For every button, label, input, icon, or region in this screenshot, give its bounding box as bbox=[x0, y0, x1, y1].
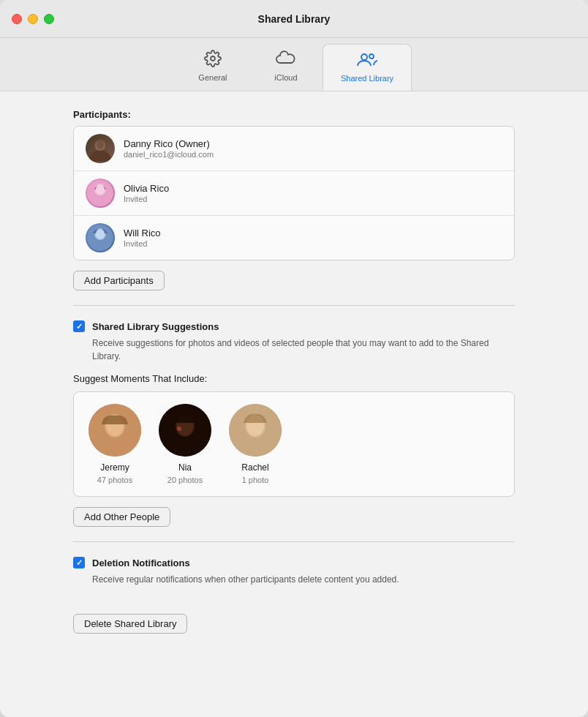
moment-person-rachel[interactable]: Rachel 1 photo bbox=[229, 404, 282, 484]
avatar-will bbox=[86, 223, 115, 252]
participant-sub-olivia: Invited bbox=[124, 195, 502, 203]
deletion-checkbox-label: Deletion Notifications bbox=[92, 558, 190, 568]
svg-point-6 bbox=[97, 140, 104, 149]
avatar-olivia bbox=[86, 179, 115, 208]
moment-name-nia: Nia bbox=[178, 462, 192, 473]
close-button[interactable] bbox=[12, 14, 22, 24]
participant-row: Olivia Rico Invited bbox=[74, 171, 514, 216]
toolbar: General iCloud Shared Library bbox=[0, 38, 588, 91]
tab-shared-library[interactable]: Shared Library bbox=[323, 44, 412, 91]
tab-general-label: General bbox=[198, 73, 227, 82]
gear-icon bbox=[204, 50, 222, 72]
main-window: Shared Library General iCloud bbox=[0, 0, 588, 717]
deletion-checkbox[interactable] bbox=[73, 557, 85, 568]
deletion-checkbox-row: Deletion Notifications bbox=[73, 557, 515, 568]
content-area: Participants: Danny Rico (Owner) daniel_… bbox=[0, 91, 588, 717]
avatar-danny bbox=[86, 134, 115, 163]
svg-point-0 bbox=[211, 56, 215, 61]
divider-1 bbox=[73, 305, 515, 306]
moment-count-rachel: 1 photo bbox=[242, 476, 269, 484]
spacer bbox=[73, 596, 515, 614]
add-participants-button[interactable]: Add Participants bbox=[73, 271, 165, 290]
participants-box: Danny Rico (Owner) daniel_rico1@icloud.c… bbox=[73, 126, 515, 260]
participant-info-danny: Danny Rico (Owner) daniel_rico1@icloud.c… bbox=[124, 138, 502, 159]
delete-shared-library-button[interactable]: Delete Shared Library bbox=[73, 614, 187, 634]
moment-count-jeremy: 47 photos bbox=[97, 476, 132, 484]
participant-info-olivia: Olivia Rico Invited bbox=[124, 183, 502, 203]
tab-shared-library-label: Shared Library bbox=[341, 74, 393, 83]
people-icon bbox=[356, 50, 378, 72]
deletion-description: Receive regular notifications when other… bbox=[92, 573, 515, 586]
cloud-icon bbox=[276, 50, 296, 72]
participants-label: Participants: bbox=[73, 109, 515, 120]
suggestions-checkbox-row: Shared Library Suggestions bbox=[73, 320, 515, 332]
svg-point-2 bbox=[369, 54, 374, 59]
participant-sub-danny: daniel_rico1@icloud.com bbox=[124, 150, 502, 159]
window-title: Shared Library bbox=[258, 13, 331, 25]
suggestions-checkbox[interactable] bbox=[73, 320, 85, 332]
moment-count-nia: 20 photos bbox=[167, 476, 203, 484]
participant-name-danny: Danny Rico (Owner) bbox=[124, 138, 502, 149]
divider-2 bbox=[73, 541, 515, 542]
tab-general[interactable]: General bbox=[176, 44, 249, 91]
suggestions-checkbox-label: Shared Library Suggestions bbox=[92, 321, 219, 332]
svg-point-9 bbox=[96, 184, 105, 195]
participant-name-will: Will Rico bbox=[124, 228, 502, 239]
avatar-nia bbox=[159, 404, 211, 457]
svg-point-12 bbox=[96, 229, 105, 239]
suggest-moments-label: Suggest Moments That Include: bbox=[73, 373, 515, 384]
moment-name-jeremy: Jeremy bbox=[100, 462, 129, 473]
tab-icloud[interactable]: iCloud bbox=[249, 44, 323, 91]
avatar-jeremy bbox=[88, 404, 141, 457]
moment-name-rachel: Rachel bbox=[241, 462, 268, 473]
avatar-rachel bbox=[229, 404, 282, 457]
participant-row: Danny Rico (Owner) daniel_rico1@icloud.c… bbox=[74, 127, 514, 171]
participant-info-will: Will Rico Invited bbox=[124, 228, 502, 248]
svg-point-19 bbox=[177, 427, 181, 431]
svg-point-4 bbox=[88, 150, 112, 162]
participant-row: Will Rico Invited bbox=[74, 216, 514, 260]
moment-person-jeremy[interactable]: Jeremy 47 photos bbox=[88, 404, 141, 484]
moments-box: Jeremy 47 photos Nia 20 photos bbox=[73, 391, 515, 497]
maximize-button[interactable] bbox=[44, 14, 54, 24]
minimize-button[interactable] bbox=[28, 14, 38, 24]
svg-point-1 bbox=[361, 54, 367, 60]
add-other-people-button[interactable]: Add Other People bbox=[73, 507, 170, 527]
participant-name-olivia: Olivia Rico bbox=[124, 183, 502, 194]
titlebar: Shared Library bbox=[0, 0, 588, 38]
tab-icloud-label: iCloud bbox=[274, 73, 297, 82]
traffic-lights bbox=[12, 14, 54, 24]
participant-sub-will: Invited bbox=[124, 239, 502, 248]
suggestions-description: Receive suggestions for photos and video… bbox=[92, 337, 515, 363]
moment-person-nia[interactable]: Nia 20 photos bbox=[159, 404, 211, 484]
